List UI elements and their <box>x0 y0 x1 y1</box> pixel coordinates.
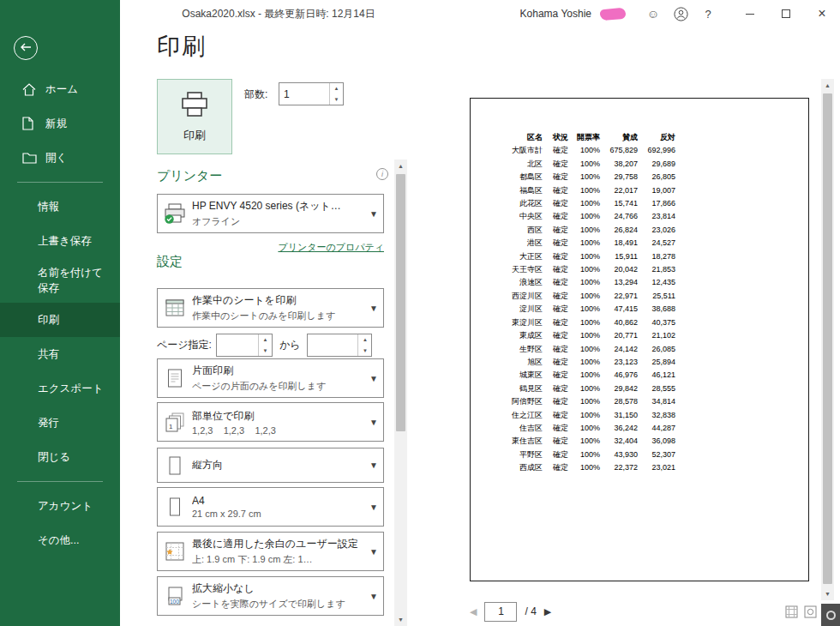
table-row: 浪速区確定100%13,29412,435 <box>500 276 675 289</box>
table-row: 鶴見区確定100%29,84228,555 <box>500 382 675 395</box>
print-button[interactable]: 印刷 <box>157 79 232 154</box>
spin-down-icon[interactable]: ▼ <box>358 346 371 357</box>
sidebar-divider <box>17 481 103 482</box>
collation-select[interactable]: 1 部単位で印刷 1,2,3 1,2,3 1,2,3 ▼ <box>157 402 384 442</box>
page-number-input[interactable] <box>484 602 517 622</box>
sidebar-item-label: 新規 <box>45 117 67 131</box>
next-page-icon[interactable]: ▶ <box>544 606 551 617</box>
back-arrow-icon <box>20 40 32 56</box>
pages-from-input[interactable] <box>217 334 258 356</box>
margins-select[interactable]: 最後に適用した余白のユーザー設定 上: 1.9 cm 下: 1.9 cm 左: … <box>157 532 384 571</box>
paper-size-select[interactable]: A4 21 cm x 29.7 cm ▼ <box>157 487 384 527</box>
printer-status-icon <box>158 203 192 225</box>
printer-properties-link[interactable]: プリンターのプロパティ <box>157 241 384 254</box>
spin-down-icon[interactable]: ▼ <box>330 94 343 105</box>
chevron-down-icon: ▼ <box>364 503 383 512</box>
table-row: 天王寺区確定100%20,04221,853 <box>500 263 675 276</box>
scrollbar-thumb[interactable] <box>396 174 405 431</box>
previous-page-icon[interactable]: ◀ <box>470 606 477 617</box>
sidebar-item-label: 閉じる <box>38 450 70 465</box>
option-title: 最後に適用した余白のユーザー設定 <box>192 537 364 551</box>
table-row: 大正区確定100%15,91118,278 <box>500 250 675 263</box>
worksheet-icon <box>158 299 192 316</box>
close-button[interactable]: × <box>804 0 840 27</box>
back-button[interactable] <box>14 36 38 60</box>
option-subtitle: シートを実際のサイズで印刷します <box>192 598 364 611</box>
spin-up-icon[interactable]: ▲ <box>330 83 343 94</box>
account-person-icon[interactable] <box>667 0 694 27</box>
backstage-sidebar: ホーム 新規 開く 情報 上書き保存 名前を付けて保存 印刷 共有 <box>0 0 120 626</box>
pages-to-stepper[interactable]: ▲▼ <box>307 334 372 357</box>
table-row: 平野区確定100%43,93052,307 <box>500 448 675 461</box>
sidebar-item-label: アカウント <box>38 499 93 514</box>
pages-to-input[interactable] <box>308 334 357 356</box>
option-subtitle: 21 cm x 29.7 cm <box>192 509 364 519</box>
spin-up-icon[interactable]: ▲ <box>259 334 272 346</box>
sidebar-item-save[interactable]: 上書き保存 <box>0 224 120 258</box>
option-title: 片面印刷 <box>192 364 364 378</box>
scroll-up-icon[interactable]: ▲ <box>394 160 407 172</box>
sidebar-item-account[interactable]: アカウント <box>0 489 120 523</box>
sidebar-item-new[interactable]: 新規 <box>0 106 120 141</box>
portrait-icon <box>158 456 192 475</box>
orientation-select[interactable]: 縦方向 ▼ <box>157 448 384 483</box>
table-row: 阿倍野区確定100%28,57834,814 <box>500 395 675 408</box>
scroll-down-icon[interactable]: ▼ <box>394 613 407 626</box>
option-subtitle: 作業中のシートのみを印刷します <box>192 310 364 322</box>
scrollbar-thumb[interactable] <box>823 93 832 584</box>
pages-from-stepper[interactable]: ▲▼ <box>216 334 273 357</box>
sidebar-item-publish[interactable]: 発行 <box>0 406 120 440</box>
sidebar-item-open[interactable]: 開く <box>0 141 120 175</box>
copies-stepper[interactable]: ▲ ▼ <box>279 82 344 105</box>
page-title: 印刷 <box>157 31 207 62</box>
column-header: 開票率 <box>568 131 600 144</box>
option-title: A4 <box>192 495 364 507</box>
copies-label: 部数: <box>244 87 267 102</box>
scaling-select[interactable]: 100 拡大縮小なし シートを実際のサイズで印刷します ▼ <box>157 576 384 616</box>
maximize-button[interactable] <box>768 0 804 27</box>
minimize-button[interactable] <box>732 0 768 27</box>
table-row: 東住吉区確定100%32,40436,098 <box>500 435 675 448</box>
preview-scrollbar[interactable]: ▲ ▼ <box>821 79 834 600</box>
column-header: 状況 <box>543 131 568 144</box>
sidebar-item-share[interactable]: 共有 <box>0 337 120 371</box>
table-row: 福島区確定100%22,01719,007 <box>500 184 675 197</box>
sidebar-item-more[interactable]: その他... <box>0 523 120 557</box>
chevron-down-icon: ▼ <box>364 304 383 313</box>
sidebar-item-close[interactable]: 閉じる <box>0 440 120 474</box>
sidebar-item-home[interactable]: ホーム <box>0 72 120 106</box>
scroll-up-icon[interactable]: ▲ <box>821 79 834 92</box>
new-document-icon <box>22 117 38 130</box>
printer-select[interactable]: HP ENVY 4520 series (ネット… オフライン ▼ <box>157 194 384 233</box>
zoom-to-page-button[interactable] <box>803 605 818 619</box>
sidebar-item-label: 上書き保存 <box>38 234 92 249</box>
collated-pages-icon: 1 <box>158 412 192 432</box>
print-what-select[interactable]: 作業中のシートを印刷 作業中のシートのみを印刷します ▼ <box>157 288 384 328</box>
settings-section-heading: 設定 <box>157 254 183 270</box>
column-header: 賛成 <box>600 131 638 144</box>
corner-widget-button[interactable] <box>821 604 840 626</box>
spin-up-icon[interactable]: ▲ <box>358 334 371 346</box>
chevron-down-icon: ▼ <box>364 592 383 601</box>
table-row: 港区確定100%18,49124,527 <box>500 237 675 250</box>
duplex-select[interactable]: 片面印刷 ページの片面のみを印刷します ▼ <box>157 358 384 398</box>
user-name: Kohama Yoshie <box>520 8 591 20</box>
feedback-smiley-icon[interactable]: ☺ <box>639 0 667 27</box>
no-scaling-icon: 100 <box>158 587 192 605</box>
copies-input[interactable] <box>279 83 329 105</box>
settings-scrollbar[interactable]: ▲ ▼ <box>394 160 407 626</box>
option-title: 拡大縮小なし <box>192 581 364 596</box>
backstage-content: Osaka2020.xlsx - 最終更新日時: 12月14日 Kohama Y… <box>120 0 840 626</box>
sidebar-item-save-as[interactable]: 名前を付けて保存 <box>0 258 120 303</box>
sidebar-item-export[interactable]: エクスポート <box>0 371 120 406</box>
scroll-down-icon[interactable]: ▼ <box>821 587 834 600</box>
sidebar-item-print[interactable]: 印刷 <box>0 303 120 337</box>
show-margins-button[interactable] <box>784 605 799 619</box>
printer-section-heading: プリンター <box>157 168 222 184</box>
chevron-down-icon: ▼ <box>364 374 383 383</box>
info-icon[interactable]: i <box>376 168 388 180</box>
table-row: 北区確定100%38,20729,689 <box>500 158 675 171</box>
sidebar-item-info[interactable]: 情報 <box>0 190 120 224</box>
spin-down-icon[interactable]: ▼ <box>259 346 272 357</box>
help-button[interactable]: ? <box>694 0 722 27</box>
